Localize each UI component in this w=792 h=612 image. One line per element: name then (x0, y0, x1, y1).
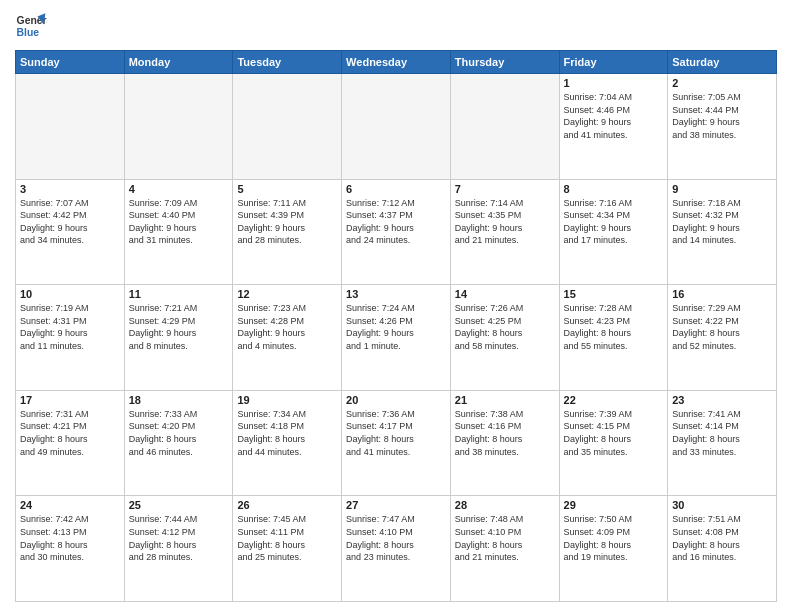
calendar-cell: 8Sunrise: 7:16 AM Sunset: 4:34 PM Daylig… (559, 179, 668, 285)
day-number: 17 (20, 394, 120, 406)
calendar-cell: 29Sunrise: 7:50 AM Sunset: 4:09 PM Dayli… (559, 496, 668, 602)
calendar-cell: 28Sunrise: 7:48 AM Sunset: 4:10 PM Dayli… (450, 496, 559, 602)
day-number: 5 (237, 183, 337, 195)
day-info: Sunrise: 7:36 AM Sunset: 4:17 PM Dayligh… (346, 408, 446, 458)
day-number: 11 (129, 288, 229, 300)
calendar-cell: 30Sunrise: 7:51 AM Sunset: 4:08 PM Dayli… (668, 496, 777, 602)
day-number: 6 (346, 183, 446, 195)
day-info: Sunrise: 7:18 AM Sunset: 4:32 PM Dayligh… (672, 197, 772, 247)
day-info: Sunrise: 7:31 AM Sunset: 4:21 PM Dayligh… (20, 408, 120, 458)
day-number: 13 (346, 288, 446, 300)
day-number: 12 (237, 288, 337, 300)
day-number: 27 (346, 499, 446, 511)
calendar-cell: 19Sunrise: 7:34 AM Sunset: 4:18 PM Dayli… (233, 390, 342, 496)
svg-text:Blue: Blue (17, 27, 40, 38)
weekday-header-tuesday: Tuesday (233, 51, 342, 74)
day-info: Sunrise: 7:19 AM Sunset: 4:31 PM Dayligh… (20, 302, 120, 352)
calendar-cell: 5Sunrise: 7:11 AM Sunset: 4:39 PM Daylig… (233, 179, 342, 285)
day-number: 14 (455, 288, 555, 300)
weekday-header-monday: Monday (124, 51, 233, 74)
calendar-cell: 6Sunrise: 7:12 AM Sunset: 4:37 PM Daylig… (342, 179, 451, 285)
weekday-header-friday: Friday (559, 51, 668, 74)
day-info: Sunrise: 7:48 AM Sunset: 4:10 PM Dayligh… (455, 513, 555, 563)
day-info: Sunrise: 7:34 AM Sunset: 4:18 PM Dayligh… (237, 408, 337, 458)
weekday-header-wednesday: Wednesday (342, 51, 451, 74)
calendar-cell: 25Sunrise: 7:44 AM Sunset: 4:12 PM Dayli… (124, 496, 233, 602)
day-number: 2 (672, 77, 772, 89)
weekday-header-sunday: Sunday (16, 51, 125, 74)
day-info: Sunrise: 7:42 AM Sunset: 4:13 PM Dayligh… (20, 513, 120, 563)
day-info: Sunrise: 7:11 AM Sunset: 4:39 PM Dayligh… (237, 197, 337, 247)
day-number: 18 (129, 394, 229, 406)
day-number: 30 (672, 499, 772, 511)
day-info: Sunrise: 7:24 AM Sunset: 4:26 PM Dayligh… (346, 302, 446, 352)
day-number: 28 (455, 499, 555, 511)
day-number: 3 (20, 183, 120, 195)
day-info: Sunrise: 7:26 AM Sunset: 4:25 PM Dayligh… (455, 302, 555, 352)
day-info: Sunrise: 7:39 AM Sunset: 4:15 PM Dayligh… (564, 408, 664, 458)
day-info: Sunrise: 7:51 AM Sunset: 4:08 PM Dayligh… (672, 513, 772, 563)
calendar-cell: 11Sunrise: 7:21 AM Sunset: 4:29 PM Dayli… (124, 285, 233, 391)
calendar-table: SundayMondayTuesdayWednesdayThursdayFrid… (15, 50, 777, 602)
day-number: 8 (564, 183, 664, 195)
day-number: 25 (129, 499, 229, 511)
day-info: Sunrise: 7:16 AM Sunset: 4:34 PM Dayligh… (564, 197, 664, 247)
week-row-3: 10Sunrise: 7:19 AM Sunset: 4:31 PM Dayli… (16, 285, 777, 391)
calendar-cell: 26Sunrise: 7:45 AM Sunset: 4:11 PM Dayli… (233, 496, 342, 602)
day-number: 15 (564, 288, 664, 300)
week-row-1: 1Sunrise: 7:04 AM Sunset: 4:46 PM Daylig… (16, 74, 777, 180)
header: General Blue (15, 10, 777, 42)
calendar-cell: 2Sunrise: 7:05 AM Sunset: 4:44 PM Daylig… (668, 74, 777, 180)
calendar-cell: 23Sunrise: 7:41 AM Sunset: 4:14 PM Dayli… (668, 390, 777, 496)
week-row-2: 3Sunrise: 7:07 AM Sunset: 4:42 PM Daylig… (16, 179, 777, 285)
calendar-cell: 24Sunrise: 7:42 AM Sunset: 4:13 PM Dayli… (16, 496, 125, 602)
day-info: Sunrise: 7:04 AM Sunset: 4:46 PM Dayligh… (564, 91, 664, 141)
day-info: Sunrise: 7:33 AM Sunset: 4:20 PM Dayligh… (129, 408, 229, 458)
day-info: Sunrise: 7:50 AM Sunset: 4:09 PM Dayligh… (564, 513, 664, 563)
calendar-cell: 4Sunrise: 7:09 AM Sunset: 4:40 PM Daylig… (124, 179, 233, 285)
calendar-cell: 12Sunrise: 7:23 AM Sunset: 4:28 PM Dayli… (233, 285, 342, 391)
day-info: Sunrise: 7:14 AM Sunset: 4:35 PM Dayligh… (455, 197, 555, 247)
calendar-cell: 15Sunrise: 7:28 AM Sunset: 4:23 PM Dayli… (559, 285, 668, 391)
calendar-cell: 18Sunrise: 7:33 AM Sunset: 4:20 PM Dayli… (124, 390, 233, 496)
day-number: 9 (672, 183, 772, 195)
weekday-header-row: SundayMondayTuesdayWednesdayThursdayFrid… (16, 51, 777, 74)
calendar-cell (16, 74, 125, 180)
calendar-cell: 17Sunrise: 7:31 AM Sunset: 4:21 PM Dayli… (16, 390, 125, 496)
weekday-header-thursday: Thursday (450, 51, 559, 74)
day-number: 29 (564, 499, 664, 511)
day-number: 4 (129, 183, 229, 195)
calendar-cell: 9Sunrise: 7:18 AM Sunset: 4:32 PM Daylig… (668, 179, 777, 285)
day-info: Sunrise: 7:44 AM Sunset: 4:12 PM Dayligh… (129, 513, 229, 563)
week-row-4: 17Sunrise: 7:31 AM Sunset: 4:21 PM Dayli… (16, 390, 777, 496)
logo-icon: General Blue (15, 10, 47, 42)
day-number: 21 (455, 394, 555, 406)
calendar-cell: 27Sunrise: 7:47 AM Sunset: 4:10 PM Dayli… (342, 496, 451, 602)
day-number: 26 (237, 499, 337, 511)
day-info: Sunrise: 7:41 AM Sunset: 4:14 PM Dayligh… (672, 408, 772, 458)
logo: General Blue (15, 10, 47, 42)
day-number: 19 (237, 394, 337, 406)
day-number: 24 (20, 499, 120, 511)
calendar-cell: 3Sunrise: 7:07 AM Sunset: 4:42 PM Daylig… (16, 179, 125, 285)
calendar-cell: 21Sunrise: 7:38 AM Sunset: 4:16 PM Dayli… (450, 390, 559, 496)
day-number: 22 (564, 394, 664, 406)
day-info: Sunrise: 7:21 AM Sunset: 4:29 PM Dayligh… (129, 302, 229, 352)
calendar-cell: 22Sunrise: 7:39 AM Sunset: 4:15 PM Dayli… (559, 390, 668, 496)
page: General Blue SundayMondayTuesdayWednesda… (0, 0, 792, 612)
day-info: Sunrise: 7:47 AM Sunset: 4:10 PM Dayligh… (346, 513, 446, 563)
calendar-cell (450, 74, 559, 180)
calendar-cell: 7Sunrise: 7:14 AM Sunset: 4:35 PM Daylig… (450, 179, 559, 285)
calendar-cell (233, 74, 342, 180)
day-info: Sunrise: 7:23 AM Sunset: 4:28 PM Dayligh… (237, 302, 337, 352)
day-number: 1 (564, 77, 664, 89)
calendar-cell: 1Sunrise: 7:04 AM Sunset: 4:46 PM Daylig… (559, 74, 668, 180)
day-info: Sunrise: 7:45 AM Sunset: 4:11 PM Dayligh… (237, 513, 337, 563)
calendar-cell (124, 74, 233, 180)
calendar-cell (342, 74, 451, 180)
calendar-cell: 10Sunrise: 7:19 AM Sunset: 4:31 PM Dayli… (16, 285, 125, 391)
day-info: Sunrise: 7:09 AM Sunset: 4:40 PM Dayligh… (129, 197, 229, 247)
week-row-5: 24Sunrise: 7:42 AM Sunset: 4:13 PM Dayli… (16, 496, 777, 602)
day-info: Sunrise: 7:28 AM Sunset: 4:23 PM Dayligh… (564, 302, 664, 352)
calendar-cell: 16Sunrise: 7:29 AM Sunset: 4:22 PM Dayli… (668, 285, 777, 391)
